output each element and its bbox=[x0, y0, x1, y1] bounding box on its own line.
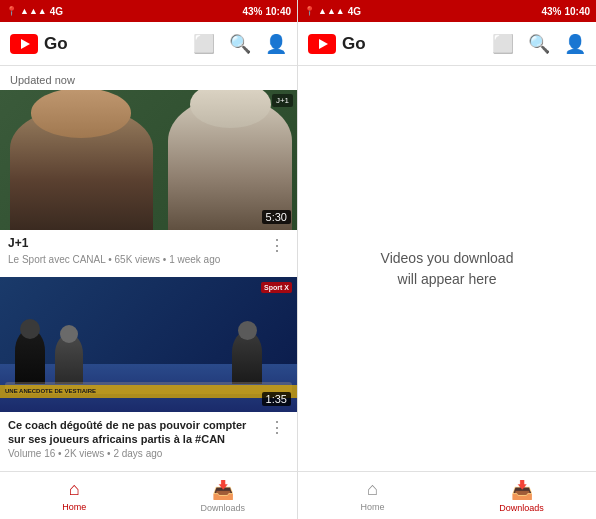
video-duration-2: 1:35 bbox=[262, 392, 291, 406]
search-icon-r[interactable]: 🔍 bbox=[528, 33, 550, 55]
app-title-left: Go bbox=[44, 34, 68, 54]
app-bar-left: Go ⬜ 🔍 👤 bbox=[0, 22, 297, 66]
battery-text: 43% bbox=[242, 6, 262, 17]
status-bar-left-icons: 📍 ▲▲▲ 4G bbox=[6, 6, 63, 17]
cast-icon-r[interactable]: ⬜ bbox=[492, 33, 514, 55]
nav-downloads-left[interactable]: 📥 Downloads bbox=[149, 472, 298, 519]
app-bar-right: Go ⬜ 🔍 👤 bbox=[298, 22, 596, 66]
bottom-nav-left: ⌂ Home 📥 Downloads bbox=[0, 471, 297, 519]
video-text-2: Ce coach dégoûté de ne pas pouvoir compt… bbox=[8, 418, 265, 460]
video-text-1: J+1 Le Sport avec CANAL • 65K views • 1 … bbox=[8, 236, 265, 265]
signal-icon-r: ▲▲▲ bbox=[318, 6, 345, 16]
phone-screen-right: 📍 ▲▲▲ 4G 43% 10:40 Go ⬜ 🔍 👤 Videos you d… bbox=[298, 0, 596, 519]
channel-logo-2: Sport X bbox=[261, 282, 292, 293]
nav-home-right[interactable]: ⌂ Home bbox=[298, 472, 447, 519]
home-icon-left: ⌂ bbox=[69, 479, 80, 500]
video-title-2: Ce coach dégoûté de ne pas pouvoir compt… bbox=[8, 418, 265, 447]
network-type-r: 4G bbox=[348, 6, 361, 17]
status-bar-right-icons: 43% 10:40 bbox=[242, 6, 291, 17]
time-display: 10:40 bbox=[265, 6, 291, 17]
youtube-go-logo-r bbox=[308, 34, 336, 54]
video-feed: Updated now J+1 5:30 bbox=[0, 66, 297, 471]
network-type: 4G bbox=[50, 6, 63, 17]
status-bar-right: 📍 ▲▲▲ 4G 43% 10:40 bbox=[298, 0, 596, 22]
banner-2: UNE ANECDOTE DE VESTIAIRE bbox=[0, 385, 297, 398]
app-logo-left: Go bbox=[10, 34, 193, 54]
status-bar-left: 📍 ▲▲▲ 4G 43% 10:40 bbox=[0, 0, 297, 22]
downloads-label-left: Downloads bbox=[200, 503, 245, 513]
video-card-2[interactable]: Sport X UNE ANECDOTE DE VESTIAIRE 1:35 C… bbox=[0, 277, 297, 466]
youtube-go-logo bbox=[10, 34, 38, 54]
video-info-row-2: Ce coach dégoûté de ne pas pouvoir compt… bbox=[0, 412, 297, 466]
account-icon-r[interactable]: 👤 bbox=[564, 33, 586, 55]
video-meta-2: Volume 16 • 2K views • 2 days ago bbox=[8, 448, 265, 459]
video-meta-1: Le Sport avec CANAL • 65K views • 1 week… bbox=[8, 254, 265, 265]
app-bar-actions-right: ⬜ 🔍 👤 bbox=[492, 33, 586, 55]
account-icon[interactable]: 👤 bbox=[265, 33, 287, 55]
downloads-icon-left: 📥 bbox=[212, 479, 234, 501]
app-bar-actions-left: ⬜ 🔍 👤 bbox=[193, 33, 287, 55]
video-card-1[interactable]: J+1 5:30 J+1 Le Sport avec CANAL • 65K v… bbox=[0, 90, 297, 271]
video-thumbnail-1: J+1 5:30 bbox=[0, 90, 297, 230]
location-icon: 📍 bbox=[6, 6, 17, 16]
time-display-r: 10:40 bbox=[564, 6, 590, 17]
home-icon-right: ⌂ bbox=[367, 479, 378, 500]
signal-icon: ▲▲▲ bbox=[20, 6, 47, 16]
video-more-icon-1[interactable]: ⋮ bbox=[265, 236, 289, 255]
downloads-label-right: Downloads bbox=[499, 503, 544, 513]
video-thumbnail-2: Sport X UNE ANECDOTE DE VESTIAIRE 1:35 bbox=[0, 277, 297, 412]
downloads-icon-right: 📥 bbox=[511, 479, 533, 501]
nav-downloads-right[interactable]: 📥 Downloads bbox=[447, 472, 596, 519]
app-logo-right: Go bbox=[308, 34, 492, 54]
updated-label: Updated now bbox=[0, 66, 297, 90]
downloads-empty-screen: Videos you downloadwill appear here bbox=[298, 66, 596, 471]
app-title-right: Go bbox=[342, 34, 366, 54]
battery-text-r: 43% bbox=[541, 6, 561, 17]
video-corner-badge-1: J+1 bbox=[272, 94, 293, 107]
video-info-row-1: J+1 Le Sport avec CANAL • 65K views • 1 … bbox=[0, 230, 297, 271]
bottom-nav-right: ⌂ Home 📥 Downloads bbox=[298, 471, 596, 519]
phone-screen-left: 📍 ▲▲▲ 4G 43% 10:40 Go ⬜ 🔍 👤 Updated now bbox=[0, 0, 298, 519]
search-icon[interactable]: 🔍 bbox=[229, 33, 251, 55]
downloads-empty-text: Videos you downloadwill appear here bbox=[381, 248, 514, 290]
home-label-right: Home bbox=[360, 502, 384, 512]
video-duration-1: 5:30 bbox=[262, 210, 291, 224]
status-bar-right-right: 43% 10:40 bbox=[541, 6, 590, 17]
home-label-left: Home bbox=[62, 502, 86, 512]
status-bar-right-left: 📍 ▲▲▲ 4G bbox=[304, 6, 361, 17]
video-title-1: J+1 bbox=[8, 236, 265, 252]
nav-home-left[interactable]: ⌂ Home bbox=[0, 472, 149, 519]
video-more-icon-2[interactable]: ⋮ bbox=[265, 418, 289, 437]
cast-icon[interactable]: ⬜ bbox=[193, 33, 215, 55]
location-icon-r: 📍 bbox=[304, 6, 315, 16]
